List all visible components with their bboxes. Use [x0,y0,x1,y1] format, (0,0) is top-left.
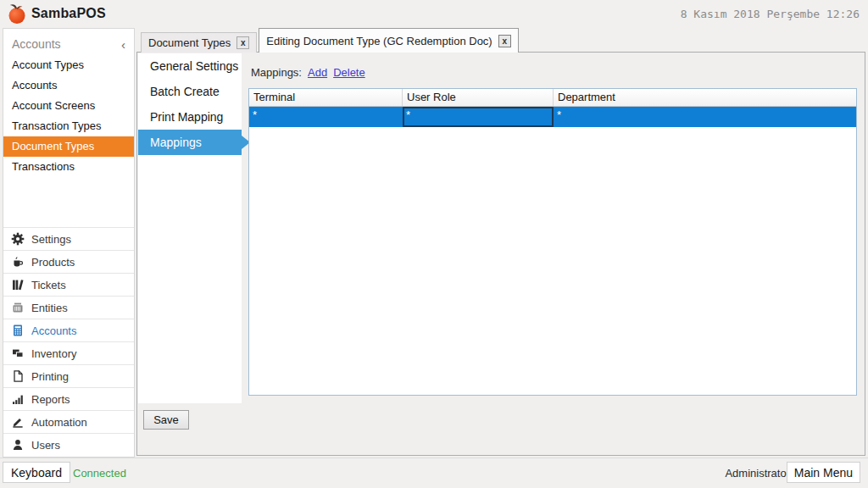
module-label: Inventory [31,347,76,360]
close-icon[interactable]: x [236,36,249,49]
sidebar-section-title: Accounts [12,37,61,51]
cell-terminal[interactable]: * [249,107,403,127]
books-icon [11,278,25,291]
connection-status: Connected [73,467,126,480]
editor-nav-general-settings[interactable]: General Settings [138,53,242,79]
module-label: Entities [31,302,68,314]
mappings-table: Terminal User Role Department * * * [248,88,857,396]
document-icon [11,369,25,383]
module-list: Settings Products Tickets Entities Accou… [3,227,134,456]
sidebar-item-transaction-types[interactable]: Transaction Types [3,116,134,136]
editor-nav-print-mapping[interactable]: Print Mapping [138,104,242,130]
table-row[interactable]: * * * [249,107,856,127]
user-icon [11,438,25,452]
coffee-cup-icon [11,255,25,269]
gear-icon [11,232,25,246]
sidebar-item-account-types[interactable]: Account Types [3,55,134,75]
add-link[interactable]: Add [308,66,327,79]
pencil-icon [11,415,25,429]
sidebar-section-header: Accounts ‹ [3,33,134,55]
tab-document-types[interactable]: Document Types x [141,32,257,53]
editor-nav: General Settings Batch Create Print Mapp… [138,53,242,403]
module-label: Accounts [31,324,76,337]
column-header-terminal[interactable]: Terminal [249,89,403,106]
module-label: Users [31,439,60,452]
top-bar: SambaPOS 8 Kasım 2018 Perşembe 12:26 [0,0,868,28]
module-printing[interactable]: Printing [3,364,134,387]
module-label: Printing [31,370,69,383]
bar-chart-icon [11,392,25,406]
editor-panel: General Settings Batch Create Print Mapp… [136,52,865,456]
module-inventory[interactable]: Inventory [3,341,134,364]
module-accounts[interactable]: Accounts [3,319,134,341]
module-label: Products [31,256,75,269]
sidebar-nav: Account Types Accounts Account Screens T… [3,55,134,177]
module-reports[interactable]: Reports [3,387,134,410]
sidebar-item-accounts[interactable]: Accounts [3,75,134,96]
column-header-user-role[interactable]: User Role [403,89,554,106]
clock-datetime: 8 Kasım 2018 Perşembe 12:26 [681,8,860,20]
module-automation[interactable]: Automation [3,410,134,433]
column-header-department[interactable]: Department [554,89,856,106]
module-entities[interactable]: Entities [3,296,134,319]
calculator-icon [11,324,25,337]
mappings-label: Mappings: [251,66,302,79]
tab-label: Document Types [148,36,231,49]
sidebar-item-transactions[interactable]: Transactions [3,157,134,177]
save-button[interactable]: Save [143,410,189,430]
sidebar-item-account-screens[interactable]: Account Screens [3,96,134,116]
folders-icon [11,347,25,360]
module-label: Reports [31,393,70,406]
module-tickets[interactable]: Tickets [3,273,134,296]
cell-user-role[interactable]: * [403,107,554,127]
keyboard-button[interactable]: Keyboard [3,462,70,483]
tab-strip: Document Types x Editing Document Type (… [141,28,519,53]
mappings-toolbar: Mappings: Add Delete [251,66,365,79]
table-header-row: Terminal User Role Department [249,89,856,107]
editor-nav-mappings[interactable]: Mappings [138,130,242,155]
module-users[interactable]: Users [3,433,134,456]
app-logo: SambaPOS [7,3,106,25]
module-label: Settings [31,233,71,246]
status-bar: Keyboard Connected Administrator Main Me… [0,458,868,488]
module-settings[interactable]: Settings [3,227,134,250]
close-icon[interactable]: x [498,35,511,47]
tab-label: Editing Document Type (GC Redemption Doc… [266,35,492,47]
app-title: SambaPOS [31,6,106,21]
main-menu-button[interactable]: Main Menu [787,462,860,483]
module-label: Automation [31,416,87,429]
sambapos-logo-icon [7,3,27,25]
editor-nav-batch-create[interactable]: Batch Create [138,79,242,104]
delete-link[interactable]: Delete [333,66,365,79]
register-icon [11,301,25,314]
logged-in-user: Administrator [725,467,790,480]
sidebar-item-document-types[interactable]: Document Types [3,136,134,157]
module-products[interactable]: Products [3,250,134,273]
cell-department[interactable]: * [554,107,856,127]
module-label: Tickets [31,279,66,291]
tab-editing-document-type[interactable]: Editing Document Type (GC Redemption Doc… [259,28,518,53]
sidebar: Accounts ‹ Account Types Accounts Accoun… [3,28,135,458]
collapse-chevron-icon[interactable]: ‹ [121,38,125,51]
